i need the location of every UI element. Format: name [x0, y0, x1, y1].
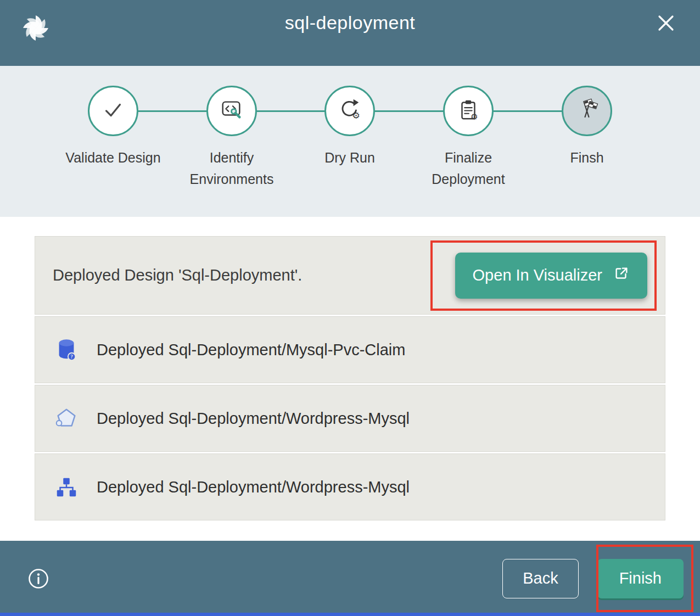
check-icon: [100, 97, 126, 125]
deployed-design-message: Deployed Design 'Sql-Deployment'.: [53, 266, 302, 284]
step-label: Finsh: [539, 147, 635, 169]
svg-text:?: ?: [70, 354, 73, 360]
back-button[interactable]: Back: [502, 559, 578, 598]
result-text: Deployed Sql-Deployment/Wordpress-Mysql: [97, 478, 410, 496]
clipboard-gear-icon: ⚙: [456, 97, 481, 125]
deployed-design-row: Deployed Design 'Sql-Deployment'. Open I…: [35, 236, 665, 315]
finish-button[interactable]: Finish: [597, 559, 684, 598]
step-label: Finalize Deployment: [421, 147, 517, 190]
result-row-pvc-claim: ? Deployed Sql-Deployment/Mysql-Pvc-Clai…: [35, 316, 665, 383]
info-icon[interactable]: [27, 568, 49, 590]
meshery-logo: [20, 12, 52, 44]
dialog-footer: Back Finish: [0, 541, 700, 616]
dialog-header: sql-deployment: [0, 0, 700, 66]
external-link-icon: [613, 265, 630, 285]
wizard-stepper: Validate Design Identify Environments: [0, 66, 700, 217]
svg-text:⚙: ⚙: [352, 110, 360, 121]
step-label: Identify Environments: [184, 147, 280, 190]
open-in-visualizer-button[interactable]: Open In Visualizer: [455, 253, 647, 299]
step-identify-environments[interactable]: Identify Environments: [171, 86, 292, 190]
result-row-wordpress-mysql-service: Deployed Sql-Deployment/Wordpress-Mysql: [35, 385, 665, 452]
workload-tree-icon: [54, 474, 79, 500]
svg-text:⚙: ⚙: [471, 112, 478, 122]
deployment-wizard-dialog: sql-deployment Validate Design: [0, 0, 700, 616]
result-text: Deployed Sql-Deployment/Wordpress-Mysql: [97, 410, 410, 428]
step-validate-design[interactable]: Validate Design: [53, 86, 173, 169]
result-text: Deployed Sql-Deployment/Mysql-Pvc-Claim: [97, 341, 405, 359]
result-row-wordpress-mysql-deployment: Deployed Sql-Deployment/Wordpress-Mysql: [35, 453, 665, 520]
close-icon[interactable]: [655, 12, 677, 34]
checkered-flags-icon: [574, 97, 600, 125]
dialog-title: sql-deployment: [285, 12, 416, 33]
database-icon: ?: [54, 337, 79, 362]
step-finalize-deployment[interactable]: ⚙ Finalize Deployment: [408, 86, 529, 190]
window-bottom-edge: [0, 613, 700, 616]
open-in-visualizer-label: Open In Visualizer: [473, 266, 602, 284]
step-label: Validate Design: [65, 147, 161, 169]
dry-run-refresh-gear-icon: ⚙: [337, 97, 362, 125]
deployment-results: Deployed Design 'Sql-Deployment'. Open I…: [0, 217, 700, 520]
pod-shape-icon: [54, 406, 79, 431]
step-finish[interactable]: Finsh: [527, 86, 647, 169]
code-environment-icon: [219, 97, 244, 125]
step-dry-run[interactable]: ⚙ Dry Run: [289, 86, 410, 169]
step-label: Dry Run: [302, 147, 398, 169]
